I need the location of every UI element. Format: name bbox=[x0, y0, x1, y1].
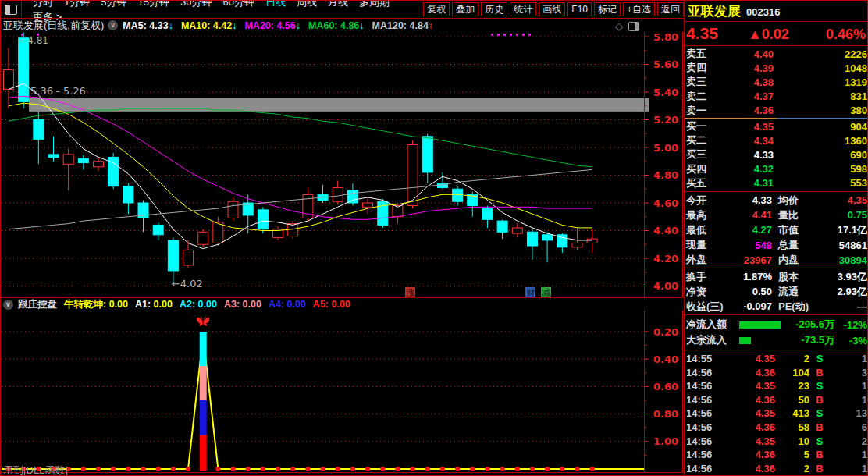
panel-layout-icon[interactable] bbox=[628, 22, 639, 31]
svg-text:1.00: 1.00 bbox=[653, 435, 678, 447]
tool-button[interactable]: 画线 bbox=[539, 2, 565, 16]
tool-button[interactable]: 统计 bbox=[510, 2, 536, 16]
trend-arrow-icon: ↓ bbox=[359, 20, 364, 31]
indicator-number: 0.00 bbox=[151, 299, 173, 310]
tick-list: 14:554.352S114:564.36104B314:564.3523S11… bbox=[686, 352, 867, 475]
level-label: 买三 bbox=[686, 147, 728, 162]
svg-text:5.40: 5.40 bbox=[653, 87, 678, 98]
tick-count: 2 bbox=[830, 435, 867, 447]
tool-button[interactable]: 返回 bbox=[657, 2, 684, 16]
svg-text:5.80: 5.80 bbox=[653, 32, 678, 43]
timeframe-tab[interactable]: 日线 bbox=[265, 0, 286, 8]
stats-block-bottom: 换手1.87%股本3.93亿净资0.50流通2.93亿收益(三)-0.097PE… bbox=[686, 269, 867, 314]
tick-price: 4.36 bbox=[728, 463, 775, 474]
stat-row: 最低4.27市值17.1亿 bbox=[686, 222, 867, 237]
tick-count: 1 bbox=[830, 463, 867, 474]
tick-row: 14:564.3510S2 bbox=[686, 434, 867, 448]
order-book-row[interactable]: 卖二4.37831 bbox=[686, 90, 867, 104]
ma-value: MA20: 4.56↓ bbox=[244, 20, 301, 31]
timeframe-tab[interactable]: 15分钟 bbox=[138, 0, 169, 8]
tick-row: 14:564.365B1 bbox=[686, 448, 867, 462]
tick-count: 13 bbox=[830, 407, 867, 419]
timeframe-tab[interactable]: 月线 bbox=[328, 0, 348, 8]
tick-time: 14:55 bbox=[686, 353, 728, 364]
panel-toggle-icon[interactable] bbox=[5, 5, 17, 15]
tick-side: B bbox=[809, 421, 830, 433]
order-book-row[interactable]: 买五4.31553 bbox=[686, 176, 867, 190]
order-book-row[interactable]: 卖一4.36380 bbox=[686, 104, 867, 118]
tool-button[interactable]: +自选 bbox=[623, 2, 655, 16]
stat-value: 2.93亿 bbox=[825, 285, 867, 299]
tick-count: 3 bbox=[830, 367, 867, 378]
tool-button[interactable]: 历史 bbox=[481, 2, 507, 16]
main-chart[interactable]: 5.36 - 5.26←4.81←4.02涨财减5.805.605.405.20… bbox=[1, 32, 684, 297]
chevron-down-icon[interactable]: ∨ bbox=[108, 20, 118, 30]
order-book-row[interactable]: 卖四4.391048 bbox=[686, 61, 867, 75]
flow-percent: -3% bbox=[834, 335, 867, 346]
tick-volume: 50 bbox=[775, 394, 809, 406]
level-label: 买四 bbox=[686, 162, 728, 176]
timeframe-tab[interactable]: 5分钟 bbox=[101, 0, 126, 8]
indicator-value: A2: 0.00 bbox=[180, 299, 217, 310]
level-label: 买二 bbox=[686, 133, 728, 147]
stat-label: PE(动) bbox=[772, 300, 825, 314]
tool-button[interactable]: 叠加 bbox=[452, 2, 478, 16]
tick-side: B bbox=[809, 394, 830, 406]
tick-side: B bbox=[809, 449, 830, 460]
order-book-row[interactable]: 买二4.341360 bbox=[686, 133, 867, 147]
chevron-down-icon[interactable]: ∨ bbox=[3, 300, 13, 310]
quote-header: 亚联发展 002316 bbox=[688, 2, 780, 20]
level-price: 4.36 bbox=[728, 105, 774, 116]
trend-arrow-icon: ↓ bbox=[296, 20, 301, 31]
indicator-value: A5: 0.00 bbox=[313, 299, 350, 310]
indicator-value: A4: 0.00 bbox=[269, 299, 306, 310]
order-book-row[interactable]: 买一4.35904 bbox=[686, 119, 867, 133]
timeframe-tab[interactable]: 1分钟 bbox=[64, 0, 90, 8]
tick-side: B bbox=[809, 367, 830, 378]
timeframe-tab[interactable]: 多周期 bbox=[359, 0, 390, 8]
stat-label: 外盘 bbox=[686, 253, 725, 267]
svg-text:5.20: 5.20 bbox=[653, 114, 678, 126]
level-price: 4.34 bbox=[728, 135, 774, 147]
tick-side: B bbox=[809, 463, 830, 474]
price-change: ▲0.02 bbox=[748, 27, 789, 43]
timeframe-tab[interactable]: 30分钟 bbox=[180, 0, 212, 8]
indicator-value: A1: 0.00 bbox=[135, 299, 173, 310]
timeframe-tab[interactable]: 周线 bbox=[297, 0, 317, 8]
tick-volume: 58 bbox=[775, 421, 809, 433]
price-row: 4.35 ▲0.02 0.46% bbox=[686, 24, 866, 43]
stat-value: 23967 bbox=[725, 254, 772, 266]
stat-value: 0.75 bbox=[825, 209, 867, 221]
level-price: 4.33 bbox=[728, 149, 774, 161]
stat-label: 净资 bbox=[686, 285, 725, 299]
indicator-value: 牛转乾坤: 0.00 bbox=[64, 299, 128, 310]
indicator-chart[interactable]: 0.200.400.600.801.00 bbox=[1, 311, 684, 472]
level-price: 4.35 bbox=[728, 121, 774, 133]
trend-arrow-icon: ↓ bbox=[169, 20, 173, 31]
tool-button[interactable]: F10 bbox=[567, 2, 592, 16]
diamond-icon[interactable]: ◇ bbox=[615, 20, 623, 32]
tool-button[interactable]: 复权 bbox=[423, 2, 450, 16]
stat-label: 流通 bbox=[772, 285, 825, 299]
svg-text:减: 减 bbox=[542, 288, 551, 297]
timeframe-tab[interactable]: 60分钟 bbox=[223, 0, 254, 8]
tool-button[interactable]: 标记 bbox=[594, 2, 621, 16]
order-book-row[interactable]: 卖三4.381319 bbox=[686, 75, 867, 89]
timeframe-tab[interactable]: 分时 bbox=[33, 0, 53, 8]
order-book-row[interactable]: 买三4.33690 bbox=[686, 147, 867, 162]
app-window: 分时1分钟5分钟15分钟30分钟60分钟日线周线月线多周期更多 > 复权叠加历史… bbox=[0, 0, 868, 476]
ma-value: MA10: 4.42↓ bbox=[181, 20, 237, 31]
tick-volume: 104 bbox=[775, 367, 809, 378]
order-book-row[interactable]: 卖五4.402226 bbox=[686, 47, 867, 61]
stat-value: 548 bbox=[725, 240, 772, 251]
ma-value: MA60: 4.86↓ bbox=[308, 20, 365, 31]
tick-side: S bbox=[809, 353, 830, 364]
order-book-row[interactable]: 买四4.32598 bbox=[686, 162, 867, 176]
svg-text:4.80: 4.80 bbox=[653, 169, 678, 181]
last-price: 4.35 bbox=[686, 24, 718, 43]
level-volume: 831 bbox=[774, 91, 867, 102]
stat-value: 1.87% bbox=[725, 271, 772, 282]
indicator-number: 0.00 bbox=[284, 299, 306, 310]
svg-text:4.40: 4.40 bbox=[653, 225, 678, 236]
svg-text:4.60: 4.60 bbox=[653, 197, 678, 209]
